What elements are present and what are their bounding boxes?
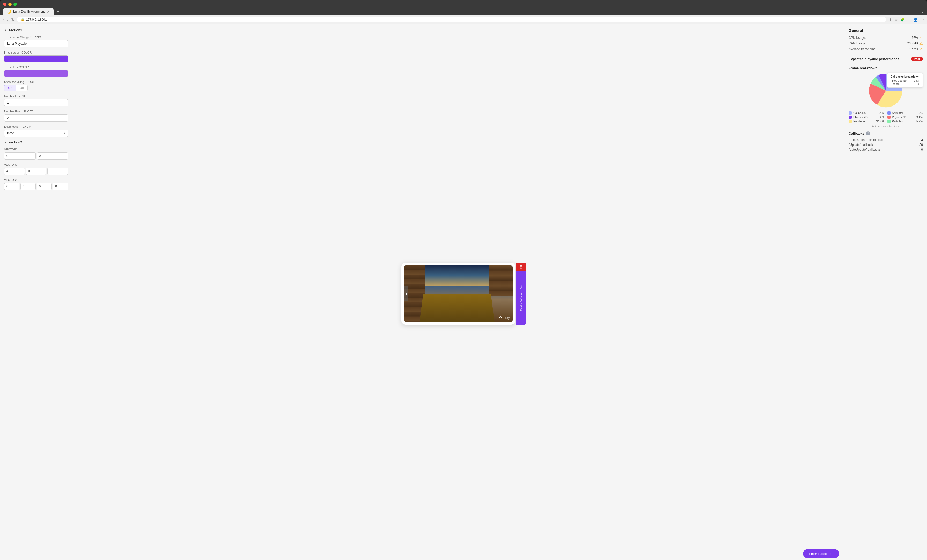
tab-close-button[interactable]: ✕ — [47, 9, 50, 14]
image-color-field: Image color - COLOR — [4, 51, 68, 62]
poor-label: Poor — [520, 264, 522, 269]
cpu-warn-icon: ⚠ — [919, 36, 923, 40]
enum-option-field: Enum option - ENUM one two three four — [4, 125, 68, 137]
frame-time-row: Average frame time: 27 ms ⚠ — [849, 47, 923, 51]
vector2-inputs — [4, 152, 68, 159]
address-input[interactable]: 🔒 127.0.0.1:8001 — [17, 17, 886, 23]
physics2d-legend-label: Physics 2D — [853, 115, 868, 119]
number-float-label: Number Float - FLOAT — [4, 110, 68, 113]
toggle-off-button[interactable]: Off — [16, 85, 28, 91]
close-traffic-light[interactable] — [3, 3, 6, 6]
text-color-swatch[interactable] — [4, 70, 68, 77]
image-color-swatch[interactable] — [4, 55, 68, 62]
animator-pct: 1.9% — [916, 111, 923, 115]
browser-toolbar-icons: ⬆ ☆ 🧩 ◫ 👤 ⋯ — [889, 18, 924, 22]
physics2d-dot — [849, 115, 852, 119]
ram-label: RAM Usage: — [849, 42, 907, 45]
tooltip-fixedupdate-value: 98% — [914, 79, 919, 82]
tooltip-row-fixedupdate: FixedUpdate 98% — [891, 79, 920, 82]
address-text: 127.0.0.1:8001 — [26, 18, 47, 21]
vector4-x-input[interactable] — [4, 183, 20, 190]
tooltip-fixedupdate-label: FixedUpdate — [891, 79, 907, 82]
section2-title: section2 — [9, 140, 22, 144]
show-viking-field: Show the viking - BOOL On Off — [4, 80, 68, 91]
physics3d-dot — [887, 115, 891, 119]
vector3-x-input[interactable] — [4, 167, 25, 175]
text-content-field: Text content String - STRING — [4, 36, 68, 47]
ram-value: 235 MB — [907, 42, 918, 45]
legend-animator: Animator 1.9% — [887, 111, 923, 115]
number-float-input[interactable] — [4, 114, 68, 121]
bookmark-icon[interactable]: ☆ — [894, 18, 898, 22]
vector2-y-input[interactable] — [37, 152, 68, 159]
callbacks-help-icon[interactable]: ? — [866, 131, 870, 135]
text-content-input[interactable] — [4, 40, 68, 47]
vector2-x-input[interactable] — [4, 152, 36, 159]
lateupdate-callbacks-row: "LateUpdate" callbacks: 0 — [849, 148, 923, 152]
rendering-legend-label: Rendering — [853, 120, 866, 123]
fixedupdate-value: 3 — [921, 138, 923, 142]
share-icon[interactable]: ⬆ — [889, 18, 892, 22]
particles-legend-label: Particles — [892, 120, 903, 123]
unity-text: unity — [504, 316, 509, 320]
text-color-label: Text color - COLOR — [4, 66, 68, 69]
enum-option-label: Enum option - ENUM — [4, 125, 68, 128]
general-title: General — [849, 28, 923, 33]
expected-perf-label: Expected playable performance — [849, 57, 899, 61]
toggle-on-button[interactable]: On — [4, 85, 16, 91]
vector4-w-input[interactable] — [53, 183, 68, 190]
forward-button[interactable]: › — [7, 17, 8, 22]
physics3d-pct: 9.4% — [916, 115, 923, 119]
vector4-label: VECTOR4 — [4, 178, 68, 182]
cpu-label: CPU Usage: — [849, 36, 912, 39]
section1-title: section1 — [9, 28, 22, 32]
vector4-y-input[interactable] — [20, 183, 36, 190]
frame-label: Average frame time: — [849, 47, 909, 51]
legend-particles: Particles 5.7% — [887, 120, 923, 123]
image-color-label: Image color - COLOR — [4, 51, 68, 54]
right-panel: General CPU Usage: 92% ⚠ RAM Usage: 235 … — [844, 24, 927, 560]
active-tab[interactable]: 🌙 Luna Dev Environment ✕ — [3, 8, 53, 15]
section2-header[interactable]: ▼ section2 — [4, 140, 68, 144]
profile-icon[interactable]: 👤 — [913, 18, 918, 22]
minimize-traffic-light[interactable] — [8, 3, 12, 6]
extensions-icon[interactable]: 🧩 — [900, 18, 905, 22]
rendering-dot — [849, 120, 852, 123]
enum-select[interactable]: one two three four — [4, 129, 68, 137]
new-tab-button[interactable]: + — [55, 9, 61, 15]
play-pause-button[interactable]: ◀ — [404, 286, 408, 302]
vector3-z-input[interactable] — [47, 167, 68, 175]
callbacks-legend-label: Callbacks — [853, 111, 866, 115]
left-panel: ▼ section1 Text content String - STRING … — [0, 24, 72, 560]
dock-path — [419, 294, 494, 322]
svg-marker-0 — [499, 316, 502, 319]
menu-icon[interactable]: ⋯ — [920, 18, 924, 22]
number-float-field: Number Float - FLOAT — [4, 110, 68, 121]
callbacks-section-header: Callbacks ? — [849, 131, 923, 135]
poor-pill: Poor — [911, 57, 923, 61]
callbacks-section-title: Callbacks — [849, 132, 865, 135]
physics2d-pct: 0.2% — [878, 115, 884, 119]
update-label: "Update" callbacks: — [849, 143, 875, 147]
lock-icon: 🔒 — [21, 18, 24, 21]
number-int-input[interactable] — [4, 99, 68, 106]
show-viking-label: Show the viking - BOOL — [4, 80, 68, 83]
sidebar-icon[interactable]: ◫ — [907, 18, 911, 22]
enter-fullscreen-button[interactable]: Enter Fullscreen — [803, 549, 839, 558]
section2-chevron-icon: ▼ — [4, 141, 7, 144]
back-button[interactable]: ‹ — [3, 17, 5, 22]
frame-value: 27 ms — [909, 47, 918, 51]
section1-header[interactable]: ▼ section1 — [4, 28, 68, 32]
fixedupdate-label: "FixedUpdate" callbacks: — [849, 138, 883, 142]
chart-area: Callbacks breakdown FixedUpdate 98% Upda… — [849, 73, 923, 109]
animator-dot — [887, 111, 891, 115]
vector3-y-input[interactable] — [26, 167, 47, 175]
tooltip-row-update: Update 1% — [891, 82, 920, 85]
tooltip-update-label: Update — [891, 82, 900, 85]
tab-title: Luna Dev Environment — [13, 10, 45, 14]
fullscreen-traffic-light[interactable] — [14, 3, 17, 6]
vector4-z-input[interactable] — [37, 183, 52, 190]
refresh-button[interactable]: ↻ — [11, 17, 14, 22]
chart-legend: Callbacks 48.4% Animator 1.9% Physics 2D… — [849, 111, 923, 123]
text-color-field: Text color - COLOR — [4, 66, 68, 77]
